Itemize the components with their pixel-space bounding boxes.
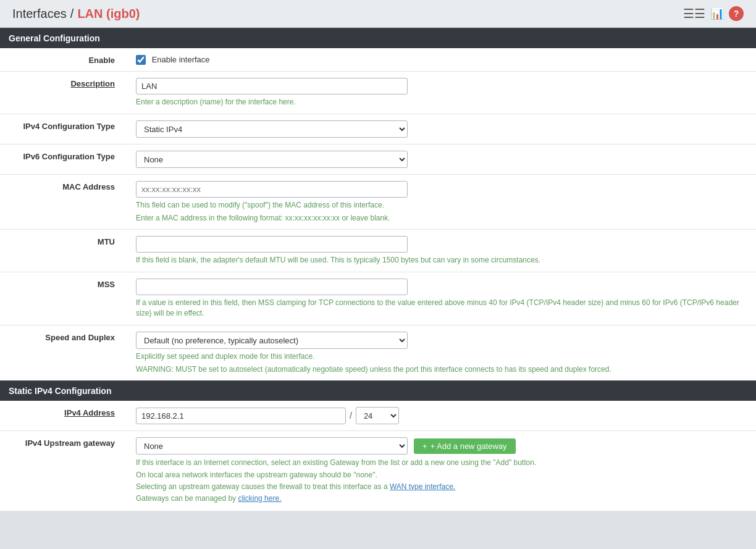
filter-icon[interactable]: ☰☰ <box>683 6 705 21</box>
slash-label: / <box>350 411 352 421</box>
mtu-value-cell: If this field is blank, the adapter's de… <box>124 230 756 272</box>
speed-duplex-select[interactable]: Default (no preference, typically autose… <box>136 332 408 349</box>
ipv4-gateway-row: IPv4 Upstream gateway None + + Add a new… <box>0 431 756 511</box>
general-config-table: Enable Enable interface Description Ente… <box>0 48 756 380</box>
ipv4-address-row-inner: / 24 1234 5678 9101112 13141516 17181920… <box>136 407 747 424</box>
mac-address-row: MAC Address This field can be used to mo… <box>0 174 756 230</box>
ipv4-address-row: IPv4 Address / 24 1234 5678 9101112 1314… <box>0 401 756 431</box>
header-icons: ☰☰ 📊 ? <box>683 6 744 21</box>
static-ipv4-config-header: Static IPv4 Configuration <box>0 380 756 401</box>
mss-input[interactable] <box>136 279 408 295</box>
description-label: Description <box>0 72 124 114</box>
ipv6-config-type-value-cell: None Static IPv6 DHCP6 SLAAC <box>124 144 756 174</box>
enable-row: Enable Enable interface <box>0 48 756 72</box>
gateway-row-inner: None + + Add a new gateway <box>136 437 747 455</box>
speed-duplex-help2: WARNING: MUST be set to autoselect (auto… <box>136 364 747 375</box>
gateway-help-line1: If this interface is an Internet connect… <box>136 457 747 469</box>
enable-checkbox[interactable] <box>136 55 146 65</box>
plus-icon: + <box>422 442 427 451</box>
mtu-input[interactable] <box>136 236 408 253</box>
gateway-help-line2: On local area network interfaces the ups… <box>136 469 747 481</box>
help-icon[interactable]: ? <box>729 6 744 21</box>
gateway-help-line3: Selecting an upstream gateway causes the… <box>136 481 747 493</box>
page-wrapper: Interfaces / LAN (igb0) ☰☰ 📊 ? General C… <box>0 0 756 511</box>
ipv4-address-input[interactable] <box>136 408 346 424</box>
subnet-select[interactable]: 24 1234 5678 9101112 13141516 17181920 2… <box>356 407 399 424</box>
speed-duplex-label: Speed and Duplex <box>0 325 124 380</box>
enable-label: Enable <box>0 48 124 72</box>
description-help: Enter a description (name) for the inter… <box>136 97 747 107</box>
mac-address-value-cell: This field can be used to modify ("spoof… <box>124 174 756 230</box>
description-input[interactable] <box>136 78 408 94</box>
breadcrumb-interfaces: Interfaces <box>12 7 67 21</box>
general-config-header: General Configuration <box>0 28 756 48</box>
speed-duplex-help1: Explicitly set speed and duplex mode for… <box>136 351 747 362</box>
description-row: Description Enter a description (name) f… <box>0 72 756 114</box>
add-gateway-label: + Add a new gateway <box>430 442 507 451</box>
ipv6-config-type-label: IPv6 Configuration Type <box>0 144 124 174</box>
ipv4-gateway-select[interactable]: None <box>136 437 408 455</box>
ipv6-config-type-row: IPv6 Configuration Type None Static IPv6… <box>0 144 756 174</box>
add-new-gateway-button[interactable]: + + Add a new gateway <box>414 438 516 454</box>
description-value-cell: Enter a description (name) for the inter… <box>124 72 756 114</box>
gateway-help-line4: Gateways can be managed by clicking here… <box>136 493 747 505</box>
speed-duplex-row: Speed and Duplex Default (no preference,… <box>0 325 756 380</box>
mss-value-cell: If a value is entered in this field, the… <box>124 272 756 325</box>
mac-address-label: MAC Address <box>0 174 124 230</box>
clicking-here-link[interactable]: clicking here. <box>238 494 281 503</box>
ipv4-config-type-row: IPv4 Configuration Type Static IPv4 None… <box>0 114 756 144</box>
mss-row: MSS If a value is entered in this field,… <box>0 272 756 325</box>
mss-help: If a value is entered in this field, the… <box>136 298 747 319</box>
ipv4-address-link[interactable]: IPv4 Address <box>64 408 115 417</box>
breadcrumb-current: LAN (igb0) <box>77 7 140 21</box>
enable-value-cell: Enable interface <box>124 48 756 72</box>
wan-type-link[interactable]: WAN type interface. <box>390 482 455 491</box>
ipv4-config-type-value-cell: Static IPv4 None DHCP PPPoE <box>124 114 756 144</box>
ipv6-config-type-select[interactable]: None Static IPv6 DHCP6 SLAAC <box>136 151 408 168</box>
breadcrumb-separator: / <box>70 7 74 21</box>
mtu-help: If this field is blank, the adapter's de… <box>136 255 747 266</box>
mac-address-help1: This field can be used to modify ("spoof… <box>136 200 747 211</box>
enable-checkbox-label: Enable interface <box>152 55 210 64</box>
ipv4-config-type-select[interactable]: Static IPv4 None DHCP PPPoE <box>136 120 408 138</box>
mac-address-input[interactable] <box>136 181 408 198</box>
ipv4-address-label: IPv4 Address <box>0 401 124 431</box>
ipv4-address-value-cell: / 24 1234 5678 9101112 13141516 17181920… <box>124 401 756 431</box>
page-header: Interfaces / LAN (igb0) ☰☰ 📊 ? <box>0 0 756 28</box>
mtu-row: MTU If this field is blank, the adapter'… <box>0 230 756 272</box>
description-link[interactable]: Description <box>70 79 115 88</box>
ipv4-gateway-label: IPv4 Upstream gateway <box>0 431 124 511</box>
mac-address-help2: Enter a MAC address in the following for… <box>136 213 747 224</box>
chart-icon[interactable]: 📊 <box>710 7 724 20</box>
mss-label: MSS <box>0 272 124 325</box>
mtu-label: MTU <box>0 230 124 272</box>
ipv4-gateway-value-cell: None + + Add a new gateway If this inter… <box>124 431 756 511</box>
gateway-help: If this interface is an Internet connect… <box>136 457 747 505</box>
ipv4-config-type-label: IPv4 Configuration Type <box>0 114 124 144</box>
breadcrumb: Interfaces / LAN (igb0) <box>12 7 140 21</box>
speed-duplex-value-cell: Default (no preference, typically autose… <box>124 325 756 380</box>
static-ipv4-config-table: IPv4 Address / 24 1234 5678 9101112 1314… <box>0 401 756 511</box>
